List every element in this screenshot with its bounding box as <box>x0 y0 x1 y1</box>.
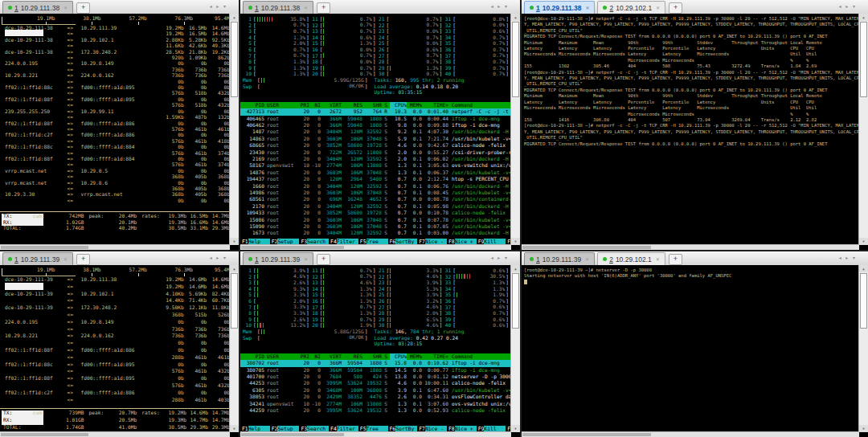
tab-close-icon[interactable]: ✕ <box>304 5 308 10</box>
horizontal-scrollbar[interactable] <box>240 244 511 250</box>
scrollbar-thumb[interactable] <box>522 433 651 436</box>
scroll-down-icon[interactable]: ▼ <box>859 425 868 432</box>
totals-row: RX:1.01GB20.5Mb19.3Mb14.7Mb14.7Mb <box>0 417 230 424</box>
horizontal-scrollbar[interactable] <box>522 431 859 437</box>
column-header-VIRT[interactable]: VIRT <box>321 353 342 360</box>
column-header-PRI[interactable]: PRI <box>297 102 309 108</box>
scroll-down-icon[interactable]: ▼ <box>230 425 239 432</box>
new-tab-button[interactable]: + <box>317 2 330 14</box>
tab-10.29.111.38[interactable]: 110.29.111.38✕ <box>2 1 73 14</box>
scrollbar-thumb[interactable] <box>1 433 88 436</box>
tab-nav-icons[interactable]: ◂ ▸ ▾ <box>210 3 227 9</box>
scroll-up-icon[interactable]: ▲ <box>859 265 868 272</box>
scroll-down-icon[interactable]: ▼ <box>859 238 868 245</box>
netserver-terminal[interactable]: [root@dce-10-29-111-39 ~]# netserver -D … <box>522 265 859 432</box>
new-tab-button[interactable]: + <box>76 254 90 265</box>
scroll-up-icon[interactable]: ▲ <box>511 265 520 272</box>
scroll-down-icon[interactable]: ▼ <box>511 425 520 432</box>
new-tab-button[interactable]: + <box>76 2 90 14</box>
vertical-scrollbar[interactable]: ▲ ▼ <box>229 265 239 432</box>
htop-terminal[interactable]: 1[3.9%]2[4.6%]3[2.6%]4[9.3%]5[3.3%]6[2.0… <box>240 265 511 432</box>
new-tab-button[interactable]: + <box>669 254 682 265</box>
scrollbar-thumb[interactable] <box>241 246 344 249</box>
tab-nav-icons[interactable]: ◂ ▸ ▾ <box>839 3 857 9</box>
column-header-NI[interactable]: NI <box>309 353 321 360</box>
cpu-meter: 17[0.7%] <box>309 304 376 311</box>
new-tab-button[interactable]: + <box>317 254 330 265</box>
tab-10.29.102.1[interactable]: 210.29.102.1✕ <box>597 1 665 14</box>
tab-close-icon[interactable]: ✕ <box>585 256 589 262</box>
column-header-VIRT[interactable]: VIRT <box>321 102 342 108</box>
iftop-terminal[interactable]: 19.1Mb38.1Mb57.2Mb76.3Mb95.4Mbdce-10-29-… <box>0 14 230 245</box>
vertical-scrollbar[interactable]: ▲ ▼ <box>510 14 520 245</box>
scrollbar-thumb[interactable] <box>860 273 867 329</box>
horizontal-scrollbar[interactable] <box>522 244 859 250</box>
horizontal-scrollbar[interactable] <box>0 431 230 437</box>
vertical-scrollbar[interactable]: ▲ ▼ <box>229 14 239 245</box>
horizontal-scrollbar[interactable] <box>240 431 511 437</box>
column-header-PID[interactable]: PID <box>240 102 264 108</box>
tab-10.29.111.39[interactable]: 110.29.111.39✕ <box>2 252 73 265</box>
column-header-USER[interactable]: USER <box>264 353 297 360</box>
scrollbar-thumb[interactable] <box>522 246 651 249</box>
column-header-TIME+[interactable]: TIME+ <box>422 102 448 108</box>
column-header-CPUpct[interactable]: CPU% <box>390 102 407 108</box>
new-tab-button[interactable]: + <box>669 2 682 14</box>
column-header-USER[interactable]: USER <box>264 102 297 108</box>
column-header-S[interactable]: S <box>382 102 390 108</box>
column-header-SHR[interactable]: SHR <box>362 353 382 360</box>
horizontal-scrollbar[interactable] <box>0 244 230 250</box>
tab-nav-icons[interactable]: ◂ ▸ ▾ <box>839 255 857 260</box>
tab-10.29.111.38[interactable]: 110.29.111.38✕ <box>243 1 313 14</box>
scrollbar-thumb[interactable] <box>860 22 867 97</box>
column-header-PID[interactable]: PID <box>240 353 264 360</box>
column-header-MEMpct[interactable]: MEM% <box>407 102 422 108</box>
scroll-up-icon[interactable]: ▲ <box>230 265 239 272</box>
tab-10.29.111.39[interactable]: 110.29.111.39✕ <box>524 252 595 265</box>
scrollbar-thumb[interactable] <box>231 273 238 329</box>
scroll-down-icon[interactable]: ▼ <box>511 238 520 245</box>
scrollbar-thumb[interactable] <box>231 22 238 97</box>
scroll-down-icon[interactable]: ▼ <box>230 238 239 245</box>
tab-10.29.111.38[interactable]: 110.29.111.38✕ <box>524 1 595 14</box>
column-header-Command[interactable]: Command <box>448 102 511 108</box>
column-header-RES[interactable]: RES <box>342 102 362 108</box>
vertical-scrollbar[interactable]: ▲ ▼ <box>510 265 520 432</box>
netperf-terminal[interactable]: [root@dce-10-29-111-38 ~]# netperf -C -c… <box>522 14 859 245</box>
column-header-CPUpct[interactable]: CPU% <box>390 353 407 360</box>
column-header-S[interactable]: S <box>382 353 390 360</box>
scrollbar-thumb[interactable] <box>512 273 519 329</box>
process-row: 34241openvswit10-102774M106M13808S1.30.1… <box>240 401 511 407</box>
tab-close-icon[interactable]: ✕ <box>656 5 660 10</box>
scrollbar-thumb[interactable] <box>241 433 344 436</box>
column-header-SHR[interactable]: SHR <box>362 102 382 108</box>
tab-10.29.102.1[interactable]: 210.29.102.1✕ <box>597 252 665 265</box>
column-header-RES[interactable]: RES <box>342 353 362 360</box>
htop-terminal[interactable]: 1[35.8%]2[0.7%]3[0.7%]4[1.3%]5[2.0%]6[0.… <box>240 14 511 245</box>
scroll-up-icon[interactable]: ▲ <box>230 14 239 21</box>
scroll-up-icon[interactable]: ▲ <box>511 14 520 21</box>
column-header-MEMpct[interactable]: MEM% <box>407 353 422 360</box>
scale-label: 95.4Mb <box>215 15 230 21</box>
iftop-terminal[interactable]: 19.1Mb38.1Mb57.2Mb76.3Mb95.4Mbdce-10-29-… <box>0 265 230 432</box>
vertical-scrollbar[interactable]: ▲ ▼ <box>858 265 868 432</box>
tab-nav-icons[interactable]: ◂ ▸ ▾ <box>491 3 509 9</box>
column-header-Command[interactable]: Command <box>448 353 511 360</box>
column-header-TIME+[interactable]: TIME+ <box>422 353 448 360</box>
scroll-up-icon[interactable]: ▲ <box>859 14 868 21</box>
tab-close-icon[interactable]: ✕ <box>63 5 68 10</box>
tab-nav-icons[interactable]: ◂ ▸ ▾ <box>210 255 227 260</box>
column-header-NI[interactable]: NI <box>309 102 321 108</box>
scrollbar-thumb[interactable] <box>512 22 519 97</box>
flow-direction-in-icon: <= <box>68 67 81 72</box>
tab-close-icon[interactable]: ✕ <box>304 256 308 262</box>
tab-close-icon[interactable]: ✕ <box>656 256 660 262</box>
scale-label: 57.2Mb <box>129 267 146 272</box>
tab-close-icon[interactable]: ✕ <box>63 256 68 262</box>
vertical-scrollbar[interactable]: ▲ ▼ <box>858 14 868 245</box>
tab-close-icon[interactable]: ✕ <box>585 5 589 10</box>
tab-10.29.111.39[interactable]: 110.29.111.39✕ <box>243 252 313 265</box>
column-header-PRI[interactable]: PRI <box>297 353 309 360</box>
tab-nav-icons[interactable]: ◂ ▸ ▾ <box>491 255 509 260</box>
scrollbar-thumb[interactable] <box>1 246 88 249</box>
